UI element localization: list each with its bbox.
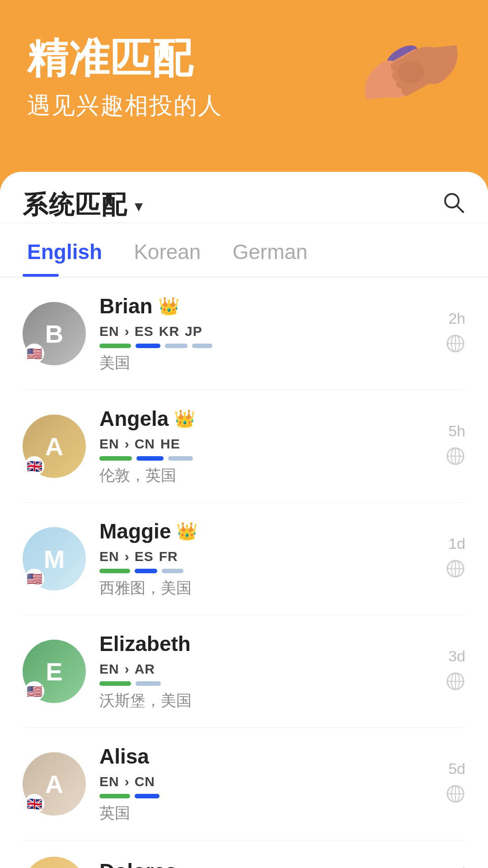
avatar-wrap: M 🇺🇸: [23, 527, 86, 590]
lang-to: HE: [160, 436, 180, 452]
lang-from: EN: [99, 549, 119, 564]
tab-korean[interactable]: Korean: [129, 223, 228, 277]
user-name-row: Alisa: [99, 744, 432, 769]
lang-from: EN: [99, 324, 119, 339]
lang-to: ES: [135, 324, 154, 339]
lang-arrow: ›: [125, 774, 129, 789]
user-name-row: Elizabeth: [99, 632, 432, 656]
globe-icon: [446, 671, 465, 696]
time-ago: 5h: [448, 422, 465, 440]
lang-arrow: ›: [125, 549, 129, 564]
avatar-wrap: E 🇺🇸: [23, 640, 86, 703]
lang-to: KR: [159, 324, 179, 339]
svg-point-1: [398, 61, 425, 84]
user-meta: 5d: [446, 760, 465, 808]
user-location: 沃斯堡，美国: [99, 690, 432, 711]
user-name-row: Angela 👑: [99, 406, 432, 431]
lang-arrow: ›: [125, 661, 129, 677]
user-location: 英国: [99, 803, 432, 824]
crown-icon: 👑: [176, 521, 197, 541]
svg-line-3: [457, 206, 463, 212]
flag-badge: 🇺🇸: [24, 681, 44, 701]
user-name: Brian: [99, 294, 153, 318]
user-info: Angela 👑 EN›CNHE 伦敦，英国: [99, 406, 432, 486]
flag-badge: 🇬🇧: [24, 456, 44, 476]
user-list: B 🇺🇸 Brian 👑 EN›ESKRJP 美国 2h: [0, 278, 488, 868]
language-tabs: English Korean German: [0, 223, 488, 278]
user-location: 伦敦，英国: [99, 465, 432, 486]
tab-english[interactable]: English: [23, 223, 129, 277]
lang-from: EN: [99, 661, 119, 677]
lang-tags: EN›CNHE: [99, 436, 432, 452]
user-meta: 3d: [446, 647, 465, 696]
user-meta: 3d: [446, 864, 465, 868]
header-section: 精准匹配 遇见兴趣相投的人: [0, 0, 488, 172]
lang-to: CN: [135, 774, 155, 789]
user-info: Elizabeth EN›AR 沃斯堡，美国: [99, 632, 432, 711]
lang-to: CN: [135, 436, 155, 452]
user-name: Alisa: [99, 744, 149, 769]
avatar: D: [23, 857, 86, 868]
user-meta: 2h: [446, 310, 465, 358]
lang-to: ES: [135, 549, 154, 564]
user-name: Elizabeth: [99, 632, 191, 656]
lang-tags: EN›ESKRJP: [99, 324, 432, 339]
avatar-wrap: B 🇺🇸: [23, 302, 86, 365]
list-item[interactable]: M 🇺🇸 Maggie 👑 EN›ESFR 西雅图，美国 1d: [23, 503, 465, 615]
user-location: 西雅图，美国: [99, 578, 432, 599]
lang-to: JP: [185, 324, 202, 339]
dropdown-icon[interactable]: ▾: [135, 197, 143, 216]
user-info: Maggie 👑 EN›ESFR 西雅图，美国: [99, 519, 432, 599]
progress-bars: [99, 344, 432, 348]
lang-to: AR: [135, 661, 155, 677]
globe-icon: [446, 446, 465, 471]
globe-icon: [446, 784, 465, 808]
time-ago: 3d: [448, 864, 465, 868]
flag-badge: 🇺🇸: [24, 344, 44, 363]
search-title-area[interactable]: 系统匹配 ▾: [23, 188, 143, 222]
user-info: Alisa EN›CN 英国: [99, 744, 432, 824]
progress-bars: [99, 456, 432, 461]
lang-to: FR: [159, 549, 178, 564]
time-ago: 2h: [448, 310, 465, 327]
user-info: Dolores EN›KR: [99, 859, 432, 868]
user-location: 美国: [99, 353, 432, 373]
time-ago: 3d: [448, 647, 465, 665]
list-item[interactable]: D 🇺🇸 Dolores EN›KR 3d: [23, 840, 465, 868]
user-name-row: Dolores: [99, 859, 432, 868]
lang-from: EN: [99, 436, 119, 452]
lang-from: EN: [99, 774, 119, 789]
crown-icon: 👑: [158, 296, 179, 316]
lang-tags: EN›CN: [99, 774, 432, 789]
lang-arrow: ›: [125, 436, 129, 452]
time-ago: 5d: [448, 760, 465, 778]
avatar-wrap: A 🇬🇧: [23, 752, 86, 816]
lang-tags: EN›AR: [99, 661, 432, 677]
list-item[interactable]: E 🇺🇸 Elizabeth EN›AR 沃斯堡，美国 3d: [23, 615, 465, 728]
tab-german[interactable]: German: [228, 223, 334, 277]
list-item[interactable]: B 🇺🇸 Brian 👑 EN›ESKRJP 美国 2h: [23, 278, 465, 390]
user-name: Dolores: [99, 859, 177, 868]
user-meta: 1d: [446, 535, 465, 583]
time-ago: 1d: [448, 535, 465, 552]
user-meta: 5h: [446, 422, 465, 471]
flag-badge: 🇺🇸: [24, 569, 44, 589]
user-name-row: Brian 👑: [99, 294, 432, 318]
progress-bars: [99, 794, 432, 798]
user-name: Maggie: [99, 519, 171, 543]
user-name-row: Maggie 👑: [99, 519, 432, 543]
search-bar: 系统匹配 ▾: [0, 172, 488, 223]
main-card: 系统匹配 ▾ English Korean German B 🇺🇸: [0, 172, 488, 868]
user-info: Brian 👑 EN›ESKRJP 美国: [99, 294, 432, 373]
avatar-wrap: A 🇬🇧: [23, 415, 86, 478]
lang-tags: EN›ESFR: [99, 549, 432, 564]
list-item[interactable]: A 🇬🇧 Alisa EN›CN 英国 5d: [23, 728, 465, 840]
search-title: 系统匹配: [23, 188, 127, 222]
handshake-illustration: [348, 9, 474, 136]
search-icon[interactable]: [442, 191, 465, 220]
list-item[interactable]: A 🇬🇧 Angela 👑 EN›CNHE 伦敦，英国 5h: [23, 390, 465, 503]
globe-icon: [446, 559, 465, 583]
flag-badge: 🇬🇧: [24, 794, 44, 814]
progress-bars: [99, 569, 432, 573]
globe-icon: [446, 334, 465, 358]
